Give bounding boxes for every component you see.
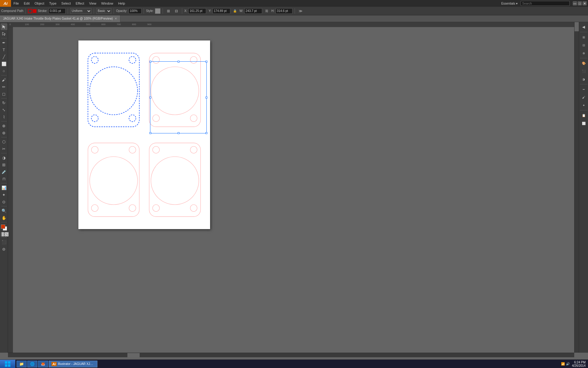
brushes-panel-icon[interactable]: 🖌 <box>580 94 587 101</box>
foreground-color-swatch[interactable] <box>1 224 5 229</box>
svg-text:800: 800 <box>132 23 136 26</box>
more-options-icon[interactable]: ≫ <box>297 8 304 14</box>
symbols-panel-icon[interactable]: ✦ <box>580 102 587 109</box>
gasket-top-right[interactable] <box>146 47 204 133</box>
stroke-uniform-select[interactable]: Uniform <box>70 8 92 14</box>
gradient-panel-icon[interactable]: ◑ <box>580 75 587 83</box>
menu-type[interactable]: Type <box>47 0 59 7</box>
canvas-area[interactable] <box>8 22 574 353</box>
symbol-sprayer-tool[interactable]: ⊛ <box>1 129 7 136</box>
color-panel-icon[interactable]: 🎨 <box>580 59 587 67</box>
pen-tool[interactable]: ✒ <box>1 39 7 46</box>
hand-tool[interactable]: ✋ <box>1 214 7 221</box>
gradient-swatch[interactable] <box>0 232 4 236</box>
selection-tool[interactable] <box>1 23 7 30</box>
horizontal-scrollbar-thumb[interactable] <box>127 353 140 357</box>
panel-collapse-arrow[interactable]: ◀ <box>580 23 587 31</box>
window-minimize-button[interactable]: — <box>573 1 577 6</box>
document-tab[interactable]: JAGUAR XJ40 Intake Throttle Body Plates … <box>0 15 120 22</box>
y-value-input[interactable] <box>213 8 230 14</box>
stroke-value-input[interactable] <box>49 8 66 14</box>
rotate-tool[interactable]: ↻ <box>1 99 7 106</box>
horizontal-scrollbar[interactable] <box>8 353 574 357</box>
pencil-tool[interactable]: ✏ <box>1 83 7 90</box>
graph-tool[interactable]: 📊 <box>1 184 7 191</box>
window-close-button[interactable]: ✕ <box>582 1 587 6</box>
scale-tool[interactable]: ⤡ <box>1 106 7 113</box>
svg-point-8 <box>153 56 159 63</box>
eraser-tool[interactable]: ◻ <box>1 90 7 97</box>
lock-proportions-icon[interactable]: 🔒 <box>232 8 238 14</box>
menu-edit[interactable]: Edit <box>21 0 32 7</box>
style-basic-select[interactable]: Basic <box>96 8 111 14</box>
pathfinder-panel-icon[interactable]: ⊕ <box>580 49 587 57</box>
eyedropper-tool[interactable]: 💉 <box>1 168 7 175</box>
svg-rect-12 <box>88 143 139 217</box>
taskbar: 📁 🌐 🦊 Ai Illustrator - JAGUAR XJ40... 📶 … <box>0 359 588 368</box>
menu-select[interactable]: Select <box>59 0 73 7</box>
menu-window[interactable]: Window <box>99 0 116 7</box>
screen-mode-icon[interactable]: ⬛ <box>1 239 7 245</box>
layers-panel-icon[interactable]: 📋 <box>580 112 587 119</box>
artboard <box>78 40 210 229</box>
gasket-bottom-left[interactable] <box>85 136 143 223</box>
warp-tool[interactable]: ⌇ <box>1 113 7 120</box>
link-icon[interactable]: ⛓ <box>263 8 270 14</box>
search-input[interactable] <box>521 1 570 6</box>
type-tool[interactable]: T <box>1 46 7 53</box>
clock-date: 4/26/2014 <box>572 364 586 367</box>
taskbar-illustrator[interactable]: Ai Illustrator - JAGUAR XJ40... <box>49 361 97 367</box>
direct-selection-tool[interactable] <box>1 30 7 37</box>
menu-help[interactable]: Help <box>116 0 128 7</box>
swatches-panel-icon[interactable]: ⬛ <box>580 67 587 75</box>
stroke-color-swatch[interactable] <box>28 9 32 13</box>
magic-wand-tool[interactable]: ✦ <box>1 191 7 198</box>
lasso-tool[interactable]: ⊙ <box>1 198 7 205</box>
mesh-tool[interactable]: ⊞ <box>1 161 7 168</box>
ellipse-tool[interactable]: ○ <box>1 67 7 74</box>
color-swatches[interactable] <box>1 224 7 231</box>
artboard-tool[interactable]: ⬡ <box>1 138 7 145</box>
gradient-tool[interactable]: ◑ <box>1 154 7 161</box>
menu-file[interactable]: File <box>11 0 21 7</box>
gasket-bottom-right[interactable] <box>146 136 204 223</box>
vertical-scrollbar[interactable] <box>574 22 579 353</box>
transform-panel-icon[interactable]: ⊞ <box>580 33 587 41</box>
style-preview[interactable] <box>155 8 160 14</box>
rectangle-tool[interactable]: ⬜ <box>1 60 7 67</box>
x-value-input[interactable] <box>188 8 206 14</box>
document-tab-close[interactable]: ✕ <box>115 17 117 20</box>
h-value-input[interactable] <box>276 8 292 14</box>
menu-object[interactable]: Object <box>32 0 47 7</box>
svg-point-17 <box>129 205 136 211</box>
paintbrush-tool[interactable]: 🖌 <box>1 76 7 83</box>
essentials-dropdown[interactable]: Essentials ▾ <box>501 2 518 5</box>
svg-point-19 <box>151 156 199 204</box>
align-icon[interactable]: ⊟ <box>173 8 180 14</box>
menu-effect[interactable]: Effect <box>73 0 87 7</box>
taskbar-firefox[interactable]: 🦊 <box>38 361 48 367</box>
menu-view[interactable]: View <box>87 0 99 7</box>
taskbar-browser[interactable]: 🌐 <box>27 361 37 367</box>
line-tool[interactable]: ╱ <box>1 53 7 60</box>
none-swatch[interactable] <box>4 232 9 236</box>
windows-start-button[interactable] <box>0 360 15 368</box>
vertical-scrollbar-thumb[interactable] <box>575 22 579 31</box>
tool-separator-5 <box>1 137 7 137</box>
shape-builder-tool[interactable]: ⊕ <box>1 122 7 129</box>
opacity-input[interactable] <box>129 8 141 14</box>
slice-tool[interactable]: ✂ <box>1 145 7 152</box>
align-panel-icon[interactable]: ⊟ <box>580 41 587 49</box>
zoom-tool[interactable]: 🔍 <box>1 207 7 214</box>
stroke-panel-icon[interactable]: ━ <box>580 86 587 93</box>
gasket-top-left[interactable] <box>85 47 143 133</box>
taskbar-file-manager[interactable]: 📁 <box>17 361 27 367</box>
blend-tool[interactable]: ⊓ <box>1 175 7 182</box>
window-maximize-button[interactable]: □ <box>578 1 582 6</box>
artboards-panel-icon[interactable]: ⬜ <box>580 120 587 127</box>
draw-mode-icon[interactable]: ⊜ <box>1 246 7 252</box>
left-tools-panel: ✒ T ╱ ⬜ ○ 🖌 ✏ ◻ ↻ ⤡ ⌇ ⊕ ⊛ ⬡ ✂ ◑ ⊞ 💉 ⊓ 📊 … <box>0 22 8 353</box>
w-value-input[interactable] <box>244 8 262 14</box>
transform-icon[interactable]: ⊞ <box>165 8 172 14</box>
fill-color-swatch[interactable] <box>33 9 36 13</box>
